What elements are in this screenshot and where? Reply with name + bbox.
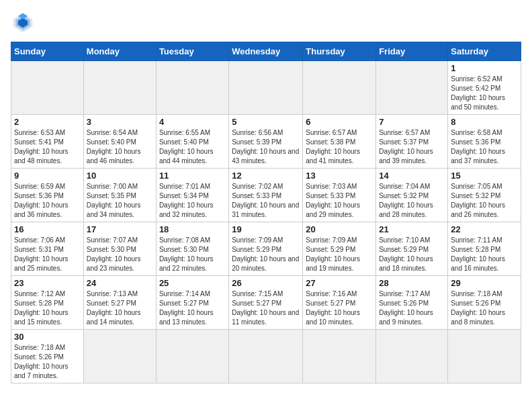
day-number: 15 — [451, 171, 518, 181]
day-info: Sunrise: 6:57 AM Sunset: 5:38 PM Dayligh… — [306, 128, 373, 166]
week-row-4: 16Sunrise: 7:06 AM Sunset: 5:31 PM Dayli… — [11, 222, 521, 276]
day-cell: 13Sunrise: 7:03 AM Sunset: 5:33 PM Dayli… — [303, 169, 376, 222]
day-number: 22 — [451, 224, 518, 234]
day-cell: 15Sunrise: 7:05 AM Sunset: 5:32 PM Dayli… — [448, 169, 521, 222]
day-cell — [376, 61, 448, 115]
day-number: 2 — [14, 117, 81, 127]
day-cell: 28Sunrise: 7:17 AM Sunset: 5:26 PM Dayli… — [376, 276, 448, 330]
day-info: Sunrise: 7:03 AM Sunset: 5:33 PM Dayligh… — [306, 182, 373, 220]
day-info: Sunrise: 7:14 AM Sunset: 5:27 PM Dayligh… — [159, 289, 226, 327]
day-cell — [156, 330, 228, 383]
calendar-body: 1Sunrise: 6:52 AM Sunset: 5:42 PM Daylig… — [11, 61, 521, 383]
day-info: Sunrise: 7:15 AM Sunset: 5:27 PM Dayligh… — [232, 289, 300, 327]
day-cell: 30Sunrise: 7:18 AM Sunset: 5:26 PM Dayli… — [11, 330, 84, 383]
day-number: 18 — [159, 224, 226, 234]
day-number: 11 — [159, 171, 226, 181]
day-info: Sunrise: 7:08 AM Sunset: 5:30 PM Dayligh… — [159, 236, 226, 273]
day-number: 23 — [14, 278, 81, 288]
day-number: 14 — [379, 171, 445, 181]
weekday-header-wednesday: Wednesday — [229, 42, 303, 61]
day-cell — [229, 330, 303, 383]
day-cell: 26Sunrise: 7:15 AM Sunset: 5:27 PM Dayli… — [229, 276, 303, 330]
day-cell: 19Sunrise: 7:09 AM Sunset: 5:29 PM Dayli… — [229, 222, 303, 276]
day-number: 9 — [14, 171, 81, 181]
day-cell: 3Sunrise: 6:54 AM Sunset: 5:40 PM Daylig… — [83, 115, 156, 169]
logo — [11, 11, 39, 35]
day-info: Sunrise: 7:17 AM Sunset: 5:26 PM Dayligh… — [379, 289, 445, 327]
header — [11, 11, 521, 35]
day-cell: 6Sunrise: 6:57 AM Sunset: 5:38 PM Daylig… — [303, 115, 376, 169]
day-number: 19 — [232, 224, 300, 234]
day-cell: 17Sunrise: 7:07 AM Sunset: 5:30 PM Dayli… — [83, 222, 156, 276]
day-number: 24 — [87, 278, 153, 288]
day-info: Sunrise: 7:09 AM Sunset: 5:29 PM Dayligh… — [306, 236, 373, 273]
weekday-header-monday: Monday — [83, 42, 156, 61]
day-info: Sunrise: 7:18 AM Sunset: 5:26 PM Dayligh… — [451, 289, 518, 327]
day-number: 8 — [451, 117, 518, 127]
day-number: 17 — [87, 224, 153, 234]
day-number: 28 — [379, 278, 445, 288]
day-info: Sunrise: 7:05 AM Sunset: 5:32 PM Dayligh… — [451, 182, 518, 220]
day-cell: 2Sunrise: 6:53 AM Sunset: 5:41 PM Daylig… — [11, 115, 84, 169]
day-info: Sunrise: 6:59 AM Sunset: 5:36 PM Dayligh… — [14, 182, 81, 220]
day-number: 29 — [451, 278, 518, 288]
day-number: 4 — [159, 117, 226, 127]
day-cell — [83, 61, 156, 115]
day-number: 27 — [306, 278, 373, 288]
weekday-header-sunday: Sunday — [11, 42, 84, 61]
day-info: Sunrise: 6:56 AM Sunset: 5:39 PM Dayligh… — [232, 128, 300, 166]
calendar-header: SundayMondayTuesdayWednesdayThursdayFrid… — [11, 42, 521, 61]
day-info: Sunrise: 7:06 AM Sunset: 5:31 PM Dayligh… — [14, 236, 81, 273]
calendar: SundayMondayTuesdayWednesdayThursdayFrid… — [11, 42, 521, 383]
day-cell — [303, 330, 376, 383]
day-info: Sunrise: 7:13 AM Sunset: 5:27 PM Dayligh… — [87, 289, 153, 327]
day-cell: 29Sunrise: 7:18 AM Sunset: 5:26 PM Dayli… — [448, 276, 521, 330]
day-cell: 21Sunrise: 7:10 AM Sunset: 5:29 PM Dayli… — [376, 222, 448, 276]
generalblue-icon — [11, 11, 35, 35]
day-cell — [156, 61, 228, 115]
day-cell: 7Sunrise: 6:57 AM Sunset: 5:37 PM Daylig… — [376, 115, 448, 169]
day-number: 5 — [232, 117, 300, 127]
day-number: 10 — [87, 171, 153, 181]
day-number: 1 — [451, 63, 518, 73]
day-cell: 20Sunrise: 7:09 AM Sunset: 5:29 PM Dayli… — [303, 222, 376, 276]
day-cell: 10Sunrise: 7:00 AM Sunset: 5:35 PM Dayli… — [83, 169, 156, 222]
weekday-header-friday: Friday — [376, 42, 448, 61]
day-cell — [11, 61, 84, 115]
page: SundayMondayTuesdayWednesdayThursdayFrid… — [0, 0, 532, 389]
weekday-row: SundayMondayTuesdayWednesdayThursdayFrid… — [11, 42, 521, 61]
day-info: Sunrise: 7:00 AM Sunset: 5:35 PM Dayligh… — [87, 182, 153, 220]
day-cell: 14Sunrise: 7:04 AM Sunset: 5:32 PM Dayli… — [376, 169, 448, 222]
day-cell — [229, 61, 303, 115]
day-cell: 5Sunrise: 6:56 AM Sunset: 5:39 PM Daylig… — [229, 115, 303, 169]
day-number: 26 — [232, 278, 300, 288]
day-info: Sunrise: 6:52 AM Sunset: 5:42 PM Dayligh… — [451, 75, 518, 112]
day-cell: 27Sunrise: 7:16 AM Sunset: 5:27 PM Dayli… — [303, 276, 376, 330]
day-number: 3 — [87, 117, 153, 127]
day-info: Sunrise: 6:53 AM Sunset: 5:41 PM Dayligh… — [14, 128, 81, 166]
day-cell: 23Sunrise: 7:12 AM Sunset: 5:28 PM Dayli… — [11, 276, 84, 330]
week-row-5: 23Sunrise: 7:12 AM Sunset: 5:28 PM Dayli… — [11, 276, 521, 330]
day-number: 21 — [379, 224, 445, 234]
day-number: 7 — [379, 117, 445, 127]
weekday-header-thursday: Thursday — [303, 42, 376, 61]
week-row-3: 9Sunrise: 6:59 AM Sunset: 5:36 PM Daylig… — [11, 169, 521, 222]
day-cell: 22Sunrise: 7:11 AM Sunset: 5:28 PM Dayli… — [448, 222, 521, 276]
day-info: Sunrise: 6:55 AM Sunset: 5:40 PM Dayligh… — [159, 128, 226, 166]
day-cell — [83, 330, 156, 383]
day-info: Sunrise: 7:01 AM Sunset: 5:34 PM Dayligh… — [159, 182, 226, 220]
weekday-header-saturday: Saturday — [448, 42, 521, 61]
day-number: 13 — [306, 171, 373, 181]
day-number: 25 — [159, 278, 226, 288]
day-cell: 4Sunrise: 6:55 AM Sunset: 5:40 PM Daylig… — [156, 115, 228, 169]
week-row-2: 2Sunrise: 6:53 AM Sunset: 5:41 PM Daylig… — [11, 115, 521, 169]
day-info: Sunrise: 7:07 AM Sunset: 5:30 PM Dayligh… — [87, 236, 153, 273]
day-number: 6 — [306, 117, 373, 127]
day-cell — [376, 330, 448, 383]
day-info: Sunrise: 7:11 AM Sunset: 5:28 PM Dayligh… — [451, 236, 518, 273]
day-number: 20 — [306, 224, 373, 234]
day-info: Sunrise: 7:16 AM Sunset: 5:27 PM Dayligh… — [306, 289, 373, 327]
week-row-6: 30Sunrise: 7:18 AM Sunset: 5:26 PM Dayli… — [11, 330, 521, 383]
day-number: 30 — [14, 332, 81, 342]
day-cell: 24Sunrise: 7:13 AM Sunset: 5:27 PM Dayli… — [83, 276, 156, 330]
